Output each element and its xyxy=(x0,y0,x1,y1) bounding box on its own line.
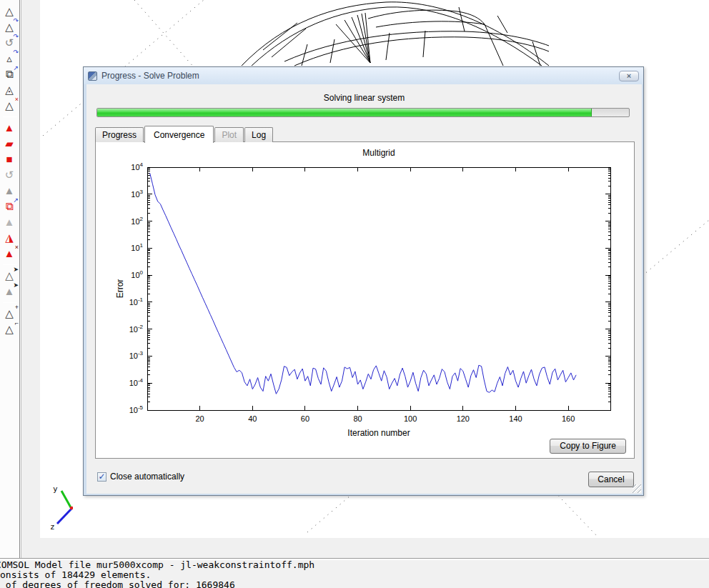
svg-text:Iteration number: Iteration number xyxy=(347,428,410,438)
rotate-triangle-overlay-icon: ↷ xyxy=(13,18,19,24)
toolbar-separator xyxy=(3,116,17,117)
svg-text:100: 100 xyxy=(131,269,143,279)
close-automatically-label: Close automatically xyxy=(110,472,184,482)
resize-grip[interactable] xyxy=(633,484,641,493)
union-gray-triangle-icon: ▲ xyxy=(0,214,19,230)
copy-paste-button[interactable]: ⧉↗ xyxy=(0,66,19,82)
tab-plot: Plot xyxy=(214,127,244,142)
svg-text:102: 102 xyxy=(131,216,143,226)
select-triangle-overlay-icon: ➤ xyxy=(13,266,19,273)
delete-solid-button[interactable]: ▲× xyxy=(0,246,19,261)
copy-to-figure-button[interactable]: Copy to Figure xyxy=(550,439,626,454)
dialog-tabs: Progress Convergence Plot Log xyxy=(95,126,274,142)
plot-title: Multigrid xyxy=(147,148,610,158)
draw-solid-triangle-icon: ▲ xyxy=(0,120,19,136)
comsol-logo-icon xyxy=(88,71,97,81)
dialog-titlebar[interactable]: Progress - Solve Problem × xyxy=(84,67,643,84)
status-line: of degrees of freedom solved for: 166984… xyxy=(0,580,709,588)
canvas-bottom-strip xyxy=(40,538,709,558)
rotate-3d-disabled-button[interactable]: ↺ xyxy=(0,167,19,183)
svg-text:10-1: 10-1 xyxy=(129,297,144,307)
delete-entity-overlay-icon: × xyxy=(15,96,19,103)
svg-text:10-5: 10-5 xyxy=(129,404,144,414)
toolbar-gutter xyxy=(21,0,40,558)
rotate-3d-overlay-icon: ↷ xyxy=(13,34,19,40)
cancel-button[interactable]: Cancel xyxy=(588,472,634,487)
delete-solid-overlay-icon: × xyxy=(15,244,19,251)
svg-text:Error: Error xyxy=(115,279,125,299)
add-vertex-triangle-overlay-icon: + xyxy=(15,304,19,311)
revolve-triangle-overlay-icon: ↷ xyxy=(13,49,19,56)
svg-text:10-4: 10-4 xyxy=(129,377,144,387)
convergence-chart: 2040608010012014016010410310210110010-11… xyxy=(96,159,635,445)
z-axis-label: z xyxy=(50,522,55,532)
delete-entity-button[interactable]: △× xyxy=(0,98,19,114)
dialog-title: Progress - Solve Problem xyxy=(97,71,619,81)
dialog-client-area: Solving linear system Progress Convergen… xyxy=(86,84,642,494)
status-line: onsists of 184429 elements. xyxy=(0,570,709,579)
svg-text:10-3: 10-3 xyxy=(129,350,144,360)
union-gray-triangle-button[interactable]: ▲ xyxy=(0,214,19,230)
svg-text:10-2: 10-2 xyxy=(129,324,144,334)
y-axis-label: y xyxy=(53,484,58,494)
draw-solid-triangle-button[interactable]: ▲ xyxy=(0,120,19,136)
copy-paste-overlay-icon: ↗ xyxy=(13,65,19,71)
svg-text:20: 20 xyxy=(196,414,204,423)
tab-log[interactable]: Log xyxy=(244,127,273,142)
statusbar-divider xyxy=(0,558,709,559)
draw-solid-square-button[interactable]: ■ xyxy=(0,151,19,167)
coordinate-triad xyxy=(57,491,73,524)
progress-bar-fill xyxy=(97,109,592,116)
select-solid-triangle-overlay-icon: ➤ xyxy=(13,282,19,289)
close-button[interactable]: × xyxy=(619,71,639,81)
tab-progress[interactable]: Progress xyxy=(95,127,144,142)
split-triangle-overlay-icon: ⌐ xyxy=(15,320,19,327)
draw-solid-polygon-button[interactable]: ▰ xyxy=(0,136,19,151)
application-window: △△↷↺↷▵↷⧉↗◬△×▲▰■↺▲⧉↗▲◮▲×△➤▲➤△+△⌐ xyxy=(0,0,709,588)
rotate-3d-disabled-icon: ↺ xyxy=(0,167,19,183)
svg-text:120: 120 xyxy=(457,414,470,423)
svg-text:100: 100 xyxy=(404,414,417,423)
copy-solid-overlay-icon: ↗ xyxy=(13,197,19,204)
draw-toolbar: △△↷↺↷▵↷⧉↗◬△×▲▰■↺▲⧉↗▲◮▲×△➤▲➤△+△⌐ xyxy=(0,0,20,558)
svg-text:40: 40 xyxy=(248,414,257,423)
convergence-panel: Multigrid 204060801001201401601041031021… xyxy=(95,141,635,459)
split-triangle-button[interactable]: △⌐ xyxy=(0,322,19,337)
status-line: COMSOL Model file mur5000xcomp - jl-weak… xyxy=(0,560,709,569)
svg-text:80: 80 xyxy=(353,414,362,423)
svg-text:103: 103 xyxy=(131,189,143,199)
select-solid-triangle-button[interactable]: ▲➤ xyxy=(0,284,19,299)
copy-solid-button[interactable]: ⧉↗ xyxy=(0,199,19,214)
status-log: COMSOL Model file mur5000xcomp - jl-weak… xyxy=(0,560,709,588)
svg-text:101: 101 xyxy=(131,242,143,252)
model-wireframe xyxy=(242,2,549,66)
toolbar-separator xyxy=(3,264,17,265)
draw-solid-polygon-icon: ▰ xyxy=(0,136,19,151)
svg-text:140: 140 xyxy=(509,414,522,423)
svg-text:60: 60 xyxy=(301,414,309,423)
toolbar-separator xyxy=(3,302,17,303)
progress-dialog: Progress - Solve Problem × Solving linea… xyxy=(83,66,644,496)
svg-text:104: 104 xyxy=(131,161,143,171)
close-automatically-checkbox[interactable]: ✓ xyxy=(97,472,106,482)
draw-solid-square-icon: ■ xyxy=(0,151,19,167)
svg-text:160: 160 xyxy=(562,414,575,423)
solver-status-text: Solving linear system xyxy=(86,93,642,103)
tab-convergence[interactable]: Convergence xyxy=(144,126,214,143)
solver-progress-bar xyxy=(96,108,630,117)
close-automatically-option[interactable]: ✓ Close automatically xyxy=(97,472,184,482)
